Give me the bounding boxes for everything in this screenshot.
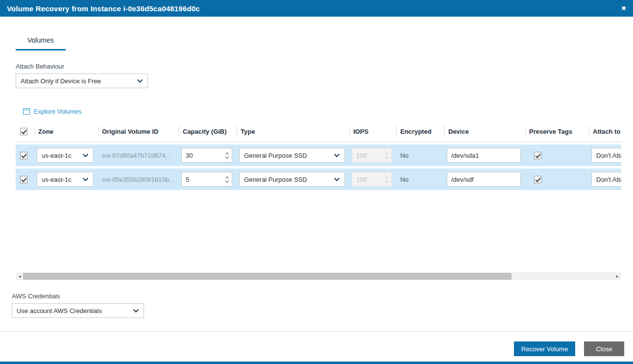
scroll-right-arrow[interactable]: ► [613, 272, 621, 280]
explore-volumes-icon [23, 108, 30, 115]
horizontal-scrollbar[interactable]: ◄ ► [16, 272, 621, 280]
dialog-title: Volume Recovery from Instance i-0e36d5ca… [7, 4, 200, 13]
attach-behaviour-field: Attach Behaviour Attach Only if Device i… [16, 63, 148, 88]
capacity-input[interactable] [182, 152, 223, 159]
zone-value: us-east-1c [42, 152, 72, 159]
device-input[interactable] [447, 148, 521, 163]
aws-credentials-label: AWS Credentials [12, 292, 144, 300]
table-header-row: Zone Original Volume ID Capacity (GiB) T… [16, 121, 621, 142]
tab-volumes[interactable]: Volumes [16, 36, 66, 50]
type-value: General Purpose SSD [244, 152, 307, 159]
volume-row: us-east-1c vol-05e355b28081815b... Gener… [16, 169, 621, 190]
preserve-tags-checkbox[interactable] [534, 176, 541, 183]
stepper-down-icon [385, 156, 389, 159]
close-button[interactable]: Close [584, 341, 624, 356]
iops-input [352, 176, 383, 183]
col-header-type: Type [237, 121, 349, 142]
attach-behaviour-label: Attach Behaviour [16, 63, 148, 70]
stepper-down-icon [225, 156, 229, 159]
explore-volumes-link[interactable]: Explore Volumes [23, 108, 82, 115]
chevron-down-icon [334, 177, 340, 181]
iops-field [352, 172, 392, 187]
chevron-down-icon [334, 153, 340, 157]
attach-to-value: Don't Attach [596, 176, 621, 183]
col-header-device: Device [444, 121, 525, 142]
stepper-up-icon [225, 152, 229, 155]
encrypted-value: No [400, 176, 409, 183]
stepper-down-icon [385, 180, 389, 183]
dialog-bottom-edge [0, 362, 633, 364]
original-volume-id: vol-05e355b28081815b... [102, 176, 174, 183]
col-header-iops: IOPS [349, 121, 396, 142]
scroll-left-arrow[interactable]: ◄ [16, 272, 24, 280]
col-header-original-volume-id: Original Volume ID [98, 121, 179, 142]
device-input[interactable] [447, 172, 521, 187]
iops-stepper [383, 152, 391, 159]
type-select[interactable]: General Purpose SSD [239, 172, 345, 187]
iops-field [352, 148, 392, 163]
aws-credentials-field: AWS Credentials Use account AWS Credenti… [12, 292, 144, 318]
row-select-checkbox[interactable] [20, 152, 27, 159]
row-select-checkbox[interactable] [20, 176, 27, 183]
capacity-field [181, 172, 232, 187]
capacity-stepper[interactable] [223, 152, 232, 159]
stepper-up-icon [225, 176, 229, 179]
encrypted-value: No [400, 152, 409, 159]
explore-volumes-label: Explore Volumes [34, 108, 82, 115]
attach-to-select[interactable]: Don't Attach [591, 148, 621, 163]
preserve-tags-checkbox[interactable] [534, 152, 541, 159]
capacity-input[interactable] [182, 176, 223, 183]
iops-input [352, 152, 383, 159]
scrollbar-thumb[interactable] [23, 273, 511, 280]
col-header-zone: Zone [34, 121, 98, 142]
aws-credentials-select[interactable]: Use account AWS Credentials [12, 303, 144, 318]
dialog-close-icon[interactable]: ✖ [621, 5, 626, 12]
aws-credentials-value: Use account AWS Credentials [17, 307, 102, 315]
attach-to-value: Don't Attach [596, 152, 621, 159]
col-header-attach-to: Attach to [589, 121, 621, 142]
volume-row: us-east-1c vol-07d60a47b72d674... Genera… [16, 145, 621, 166]
zone-select[interactable]: us-east-1c [37, 148, 94, 163]
footer-divider [0, 331, 633, 332]
chevron-down-icon [82, 177, 89, 181]
zone-select[interactable]: us-east-1c [37, 172, 94, 187]
attach-behaviour-value: Attach Only if Device is Free [21, 77, 101, 85]
stepper-up-icon [385, 176, 389, 179]
recover-volume-button[interactable]: Recover Volume [514, 341, 575, 356]
dialog-titlebar: Volume Recovery from Instance i-0e36d5ca… [0, 0, 633, 17]
volumes-table: Zone Original Volume ID Capacity (GiB) T… [16, 121, 621, 190]
chevron-down-icon [82, 153, 89, 157]
col-header-capacity: Capacity (GiB) [179, 121, 237, 142]
select-all-checkbox[interactable] [20, 128, 27, 135]
zone-value: us-east-1c [42, 176, 72, 183]
attach-to-select[interactable]: Don't Attach [591, 172, 621, 187]
type-select[interactable]: General Purpose SSD [239, 148, 345, 163]
stepper-up-icon [385, 152, 389, 155]
capacity-field [181, 148, 232, 163]
capacity-stepper[interactable] [223, 176, 232, 183]
stepper-down-icon [225, 180, 229, 183]
type-value: General Purpose SSD [244, 176, 307, 183]
attach-behaviour-select[interactable]: Attach Only if Device is Free [16, 73, 148, 88]
chevron-down-icon [137, 79, 143, 83]
original-volume-id: vol-07d60a47b72d674... [102, 152, 170, 159]
col-header-preserve-tags: Preserve Tags [525, 121, 589, 142]
col-header-encrypted: Encrypted [396, 121, 444, 142]
chevron-down-icon [133, 309, 139, 313]
iops-stepper [383, 176, 391, 183]
